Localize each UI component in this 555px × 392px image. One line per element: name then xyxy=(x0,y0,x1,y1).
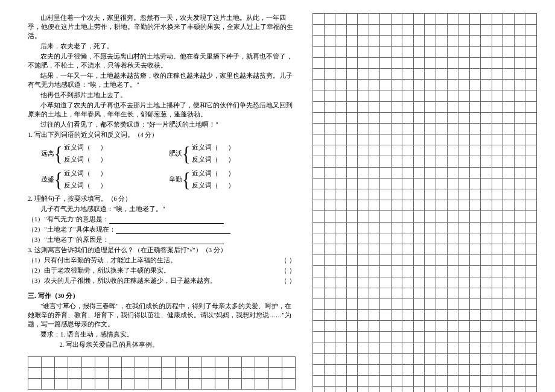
passage-p5: 他再也不到那片土地上去了。 xyxy=(28,90,296,100)
page: 山村里住着一个农夫，家里很穷。忽然有一天，农夫发现了这片土地。从此，一年四季，他… xyxy=(0,0,555,392)
left-column: 山村里住着一个农夫，家里很穷。忽然有一天，农夫发现了这片土地。从此，一年四季，他… xyxy=(0,0,306,392)
q3-opt1: （1）只有付出辛勤的劳动，才能过上幸福的生活。（ ） xyxy=(28,256,296,265)
q3-opt2: （2）由于老农很勤劳，所以换来了丰硕的果实。（ ） xyxy=(28,266,296,275)
q2-title: 2. 理解句子，按要求填写。（6 分） xyxy=(28,194,296,203)
reading-passage: 山村里住着一个农夫，家里很穷。忽然有一天，农夫发现了这片土地。从此，一年四季，他… xyxy=(28,13,296,129)
answer-grid-left[interactable] xyxy=(28,356,296,390)
passage-p6: 小草知道了农夫的儿子再也不去那片土地上播种了，便和它的伙伴们争先恐后地又回到原来… xyxy=(28,101,296,119)
q2-sub3: （3）"土地老了"的原因是： xyxy=(28,235,296,244)
q3-opt3: （3）农夫的儿子很懒，所以收的庄稼越来越少，日子越来越穷。（ ） xyxy=(28,276,296,285)
passage-p3: 农夫的儿子很懒，不愿去远离山村的土地劳动。他在春天里播下种子，就再也不管了，不施… xyxy=(28,52,296,70)
answer-line[interactable] xyxy=(116,226,230,234)
brace-icon: { xyxy=(182,172,190,187)
brace-icon: { xyxy=(182,147,190,161)
writing-req1: 要求：1. 语言生动，感情真实。 xyxy=(28,330,296,339)
check-blank[interactable]: （ ） xyxy=(281,266,296,275)
passage-p1: 山村里住着一个农夫，家里很穷。忽然有一天，农夫发现了这片土地。从此，一年四季，他… xyxy=(28,13,296,40)
writing-heading: 三. 写作（30 分） xyxy=(28,291,296,300)
q2-sub2: （2）"土地老了"具体表现在： xyxy=(28,225,296,234)
q2-sub1: （1）"有气无力"的意思是： xyxy=(28,215,296,224)
answer-grid-right[interactable] xyxy=(312,13,537,392)
answer-line[interactable] xyxy=(109,216,224,224)
passage-p7: 过往的人们看见了，都不禁赞叹道："好一片肥沃的土地啊！" xyxy=(28,120,296,129)
word-yuanli: 远离 xyxy=(41,149,54,159)
check-blank[interactable]: （ ） xyxy=(281,256,296,265)
q1-title: 1. 写出下列词语的近义词和反义词。（4 分） xyxy=(28,130,296,139)
word-feiwo: 肥沃 xyxy=(169,149,182,159)
vocab-table: 远离 { 近义词（ ） 反义词（ ） 肥沃 { 近义词（ ） 反义词（ ） xyxy=(28,142,296,192)
writing-req2: 2. 写出母亲关爱自己的具体事例。 xyxy=(28,340,296,349)
brace-icon: { xyxy=(54,147,62,161)
q2-quote: 儿子有气无力地感叹道："唉，土地老了。" xyxy=(28,204,296,213)
passage-p2: 后来，农夫老了，死了。 xyxy=(28,42,296,51)
word-maosheng: 茂盛 xyxy=(41,175,54,185)
q3-title: 3. 这则寓言告诉我们的道理是什么？（在正确答案后打"√"）（3 分） xyxy=(28,245,296,254)
passage-p4: 结果，一年又一年，土地越来越贫瘠，收的庄稼也越来越少，家里也越来越贫穷。儿子有气… xyxy=(28,71,296,89)
writing-block: "谁言寸草心，报得三春晖"，在我们成长的历程中，得到了母亲太多的关爱、呵护，在她… xyxy=(28,302,296,329)
writing-prompt: "谁言寸草心，报得三春晖"，在我们成长的历程中，得到了母亲太多的关爱、呵护，在她… xyxy=(28,302,296,329)
right-column xyxy=(306,0,555,392)
answer-line[interactable] xyxy=(109,236,224,244)
check-blank[interactable]: （ ） xyxy=(281,276,296,285)
brace-icon: { xyxy=(54,172,62,187)
word-xinqin: 辛勤 xyxy=(169,175,182,185)
